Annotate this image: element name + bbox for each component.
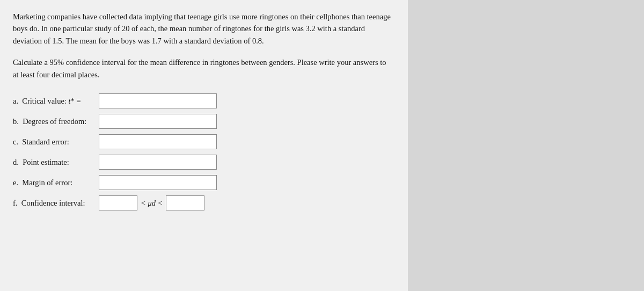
less-than-mu-d-less-than: < μd < (141, 199, 163, 208)
input-f-left[interactable] (99, 195, 137, 210)
input-a-critical-value[interactable] (99, 93, 217, 108)
question-e: e. Margin of error: (13, 175, 393, 190)
input-e-margin-of-error[interactable] (99, 175, 217, 190)
question-a-label: a. Critical value: t* = (13, 97, 99, 106)
confidence-interval-row: < μd < (99, 195, 204, 210)
main-content: Marketing companies have collected data … (0, 0, 408, 291)
question-b: b. Degrees of freedom: (13, 114, 393, 129)
input-b-degrees-of-freedom[interactable] (99, 114, 217, 129)
question-d: d. Point estimate: (13, 155, 393, 170)
input-f-right[interactable] (166, 195, 204, 210)
input-d-point-estimate[interactable] (99, 155, 217, 170)
question-f: f. Confidence interval: < μd < (13, 195, 393, 210)
input-c-standard-error[interactable] (99, 134, 217, 149)
paragraph-2: Calculate a 95% confidence interval for … (13, 56, 393, 81)
question-d-label: d. Point estimate: (13, 158, 99, 167)
paragraph-1: Marketing companies have collected data … (13, 11, 393, 47)
question-section: a. Critical value: t* = b. Degrees of fr… (13, 93, 393, 210)
question-c: c. Standard error: (13, 134, 393, 149)
question-a: a. Critical value: t* = (13, 93, 393, 108)
question-b-label: b. Degrees of freedom: (13, 117, 99, 126)
question-f-label: f. Confidence interval: (13, 199, 99, 208)
question-e-label: e. Margin of error: (13, 178, 99, 187)
question-c-label: c. Standard error: (13, 137, 99, 147)
